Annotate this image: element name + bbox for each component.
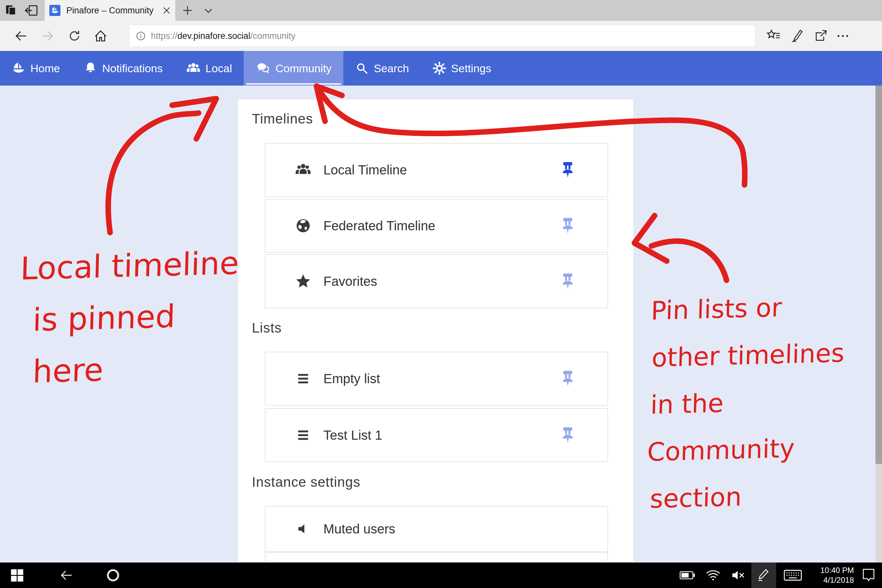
list-icon bbox=[294, 371, 312, 386]
more-options-icon[interactable] bbox=[832, 21, 853, 51]
users-icon bbox=[294, 162, 312, 178]
star-icon bbox=[294, 273, 312, 289]
row-federated-timeline[interactable]: Federated Timeline bbox=[265, 199, 608, 252]
annotation-line: is pinned bbox=[18, 289, 238, 346]
tab-title: Pinafore – Community bbox=[66, 6, 160, 16]
start-button[interactable] bbox=[4, 562, 29, 588]
action-center-icon[interactable] bbox=[857, 562, 880, 588]
section-heading-timelines: Timelines bbox=[252, 111, 313, 127]
sailboat-icon bbox=[12, 62, 26, 75]
mute-icon bbox=[294, 522, 312, 536]
windows-ink-pen-icon[interactable] bbox=[752, 562, 776, 588]
pin-icon[interactable] bbox=[561, 161, 575, 178]
clock-date: 4/1/2018 bbox=[824, 575, 854, 585]
row-label: Test List 1 bbox=[323, 428, 561, 442]
url-path: /community bbox=[250, 31, 295, 41]
row-muted-users[interactable]: Muted users bbox=[265, 506, 608, 552]
refresh-button[interactable] bbox=[64, 21, 85, 51]
row-partial[interactable] bbox=[265, 552, 608, 562]
url-text: https://dev.pinafore.social/community bbox=[151, 31, 295, 41]
list-icon bbox=[294, 428, 312, 442]
arrow-right-head bbox=[634, 216, 667, 261]
row-label: Muted users bbox=[323, 522, 608, 536]
favorites-hub-icon[interactable] bbox=[763, 21, 784, 51]
forward-button[interactable] bbox=[37, 21, 58, 51]
share-icon[interactable] bbox=[810, 21, 831, 51]
row-favorites[interactable]: Favorites bbox=[265, 255, 608, 308]
tab-list-chevron-icon[interactable] bbox=[200, 0, 217, 21]
nav-label: Home bbox=[30, 62, 60, 75]
annotation-line: section bbox=[645, 470, 842, 523]
nav-item-settings[interactable]: Settings bbox=[421, 51, 503, 86]
row-label: Empty list bbox=[323, 371, 561, 386]
windows-taskbar: 10:40 PM 4/1/2018 bbox=[0, 562, 882, 588]
gear-icon bbox=[432, 62, 446, 75]
nav-item-search[interactable]: Search bbox=[344, 51, 421, 86]
tab-preview-icon[interactable] bbox=[3, 0, 20, 21]
pin-icon[interactable] bbox=[561, 217, 575, 234]
nav-label: Settings bbox=[451, 62, 491, 75]
pinafore-nav-bar: Home Notifications Local Community Searc… bbox=[0, 51, 882, 86]
row-local-timeline[interactable]: Local Timeline bbox=[265, 143, 608, 196]
bell-icon bbox=[84, 62, 98, 75]
address-bar[interactable]: https://dev.pinafore.social/community bbox=[129, 25, 755, 47]
nav-label: Local bbox=[206, 62, 232, 75]
set-tabs-aside-icon[interactable] bbox=[22, 0, 40, 21]
section-heading-instance-settings: Instance settings bbox=[252, 474, 360, 490]
row-test-list-1[interactable]: Test List 1 bbox=[265, 408, 608, 462]
pin-icon[interactable] bbox=[561, 370, 575, 387]
home-button[interactable] bbox=[90, 21, 111, 51]
users-icon bbox=[186, 61, 201, 75]
volume-muted-icon[interactable] bbox=[727, 562, 750, 588]
browser-tab-bar: Pinafore – Community bbox=[0, 0, 882, 21]
pin-icon[interactable] bbox=[561, 273, 575, 290]
annotation-line: Local timeline bbox=[20, 237, 240, 295]
pinafore-favicon bbox=[50, 5, 60, 16]
taskbar-clock[interactable]: 10:40 PM 4/1/2018 bbox=[810, 562, 854, 588]
annotation-local-pinned: Local timeline is pinned here bbox=[17, 237, 240, 398]
nav-label: Community bbox=[275, 62, 332, 75]
scrollbar-track[interactable] bbox=[876, 86, 882, 562]
site-info-icon[interactable] bbox=[136, 31, 146, 41]
nav-item-notifications[interactable]: Notifications bbox=[72, 51, 174, 86]
url-scheme: https:// bbox=[151, 31, 177, 41]
nav-item-home[interactable]: Home bbox=[0, 51, 72, 86]
pin-icon[interactable] bbox=[561, 426, 575, 444]
nav-label: Notifications bbox=[102, 62, 163, 75]
wifi-icon[interactable] bbox=[702, 562, 724, 588]
new-tab-button[interactable] bbox=[179, 0, 196, 21]
clock-time: 10:40 PM bbox=[820, 566, 854, 575]
arrow-left-tail bbox=[108, 113, 199, 232]
annotation-line: Community bbox=[646, 423, 843, 476]
annotation-pin-lists: Pin lists or other timelines in the Comm… bbox=[645, 282, 846, 523]
touch-keyboard-icon[interactable] bbox=[779, 562, 807, 588]
arrow-right-tail bbox=[651, 241, 726, 280]
web-note-pen-icon[interactable] bbox=[787, 21, 807, 51]
globe-icon bbox=[294, 218, 312, 234]
browser-toolbar: https://dev.pinafore.social/community bbox=[0, 21, 882, 51]
browser-tab[interactable]: Pinafore – Community bbox=[45, 0, 176, 21]
row-label: Favorites bbox=[323, 274, 561, 289]
tab-close-icon[interactable] bbox=[162, 6, 171, 15]
row-empty-list[interactable]: Empty list bbox=[265, 352, 608, 405]
scrollbar-thumb[interactable] bbox=[876, 86, 882, 464]
cortana-button[interactable] bbox=[101, 562, 125, 588]
nav-label: Search bbox=[374, 62, 409, 75]
row-label: Local Timeline bbox=[323, 163, 561, 177]
chat-bubbles-icon bbox=[255, 61, 270, 76]
row-label: Federated Timeline bbox=[323, 219, 561, 233]
section-heading-lists: Lists bbox=[252, 320, 282, 336]
nav-item-local[interactable]: Local bbox=[174, 51, 244, 86]
annotation-line: Pin lists or bbox=[650, 282, 846, 334]
desktop-screen: Pinafore – Community https bbox=[0, 0, 882, 588]
url-host: dev.pinafore.social bbox=[177, 31, 250, 41]
taskbar-back-button[interactable] bbox=[55, 562, 78, 588]
battery-icon[interactable] bbox=[676, 562, 699, 588]
arrow-left-head bbox=[172, 99, 216, 139]
annotation-line: here bbox=[17, 340, 237, 398]
back-button[interactable] bbox=[11, 21, 32, 51]
annotation-line: other timelines bbox=[649, 329, 845, 381]
community-page-card: Timelines Local Timeline Federated Timel… bbox=[237, 99, 634, 562]
annotation-line: in the bbox=[648, 376, 844, 429]
nav-item-community[interactable]: Community bbox=[244, 51, 344, 86]
